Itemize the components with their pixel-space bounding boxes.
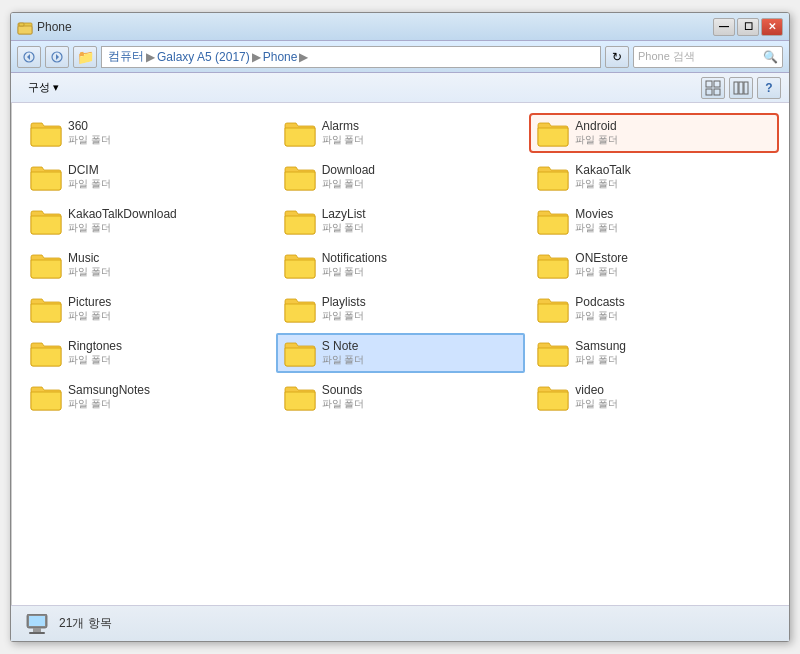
folder-item[interactable]: LazyList 파일 폴더 <box>276 201 526 241</box>
folder-icon <box>537 163 569 191</box>
maximize-button[interactable]: ☐ <box>737 18 759 36</box>
window-icon <box>17 19 33 35</box>
folder-type: 파일 폴더 <box>322 397 365 411</box>
svg-rect-1 <box>18 26 32 34</box>
folder-info: video 파일 폴더 <box>575 383 618 411</box>
folder-item[interactable]: Download 파일 폴더 <box>276 157 526 197</box>
file-content: 360 파일 폴더 Alarms 파일 폴더 Android 파일 폴더 <box>11 103 789 605</box>
folder-type: 파일 폴더 <box>322 265 387 279</box>
folder-item[interactable]: Pictures 파일 폴더 <box>22 289 272 329</box>
svg-marker-6 <box>56 54 59 60</box>
refresh-button[interactable]: ↻ <box>605 46 629 68</box>
folder-icon <box>537 383 569 411</box>
folder-item[interactable]: KakaoTalk 파일 폴더 <box>529 157 779 197</box>
folder-icon <box>284 251 316 279</box>
folder-item[interactable]: SamsungNotes 파일 폴더 <box>22 377 272 417</box>
folder-type: 파일 폴더 <box>322 353 365 367</box>
organize-button[interactable]: 구성 ▾ <box>19 76 68 100</box>
search-icon[interactable]: 🔍 <box>763 50 778 64</box>
folder-name: KakaoTalkDownload <box>68 207 177 221</box>
folder-icon <box>537 251 569 279</box>
folder-item[interactable]: Ringtones 파일 폴더 <box>22 333 272 373</box>
search-box[interactable]: Phone 검색 🔍 <box>633 46 783 68</box>
folder-name: Ringtones <box>68 339 122 353</box>
folder-name: 360 <box>68 119 111 133</box>
column-view-button[interactable] <box>729 77 753 99</box>
folder-type: 파일 폴더 <box>68 309 111 323</box>
folder-icon <box>284 339 316 367</box>
path-part-1: 컴퓨터 <box>108 48 144 65</box>
forward-button[interactable] <box>45 46 69 68</box>
folder-icon <box>537 119 569 147</box>
folder-type: 파일 폴더 <box>322 133 365 147</box>
folder-item[interactable]: Alarms 파일 폴더 <box>276 113 526 153</box>
folder-info: Sounds 파일 폴더 <box>322 383 365 411</box>
column-icon <box>733 80 749 96</box>
svg-rect-15 <box>29 616 45 626</box>
folder-info: S Note 파일 폴더 <box>322 339 365 367</box>
explorer-window: Phone — ☐ ✕ 📁 컴퓨터 ▶ Galaxy A5 (2017) <box>10 12 790 642</box>
path-part-3: Phone <box>263 50 298 64</box>
folder-item[interactable]: video 파일 폴더 <box>529 377 779 417</box>
status-bar: 21개 항목 <box>11 605 789 641</box>
folder-name: Notifications <box>322 251 387 265</box>
folder-item[interactable]: Music 파일 폴더 <box>22 245 272 285</box>
back-button[interactable] <box>17 46 41 68</box>
folder-info: Notifications 파일 폴더 <box>322 251 387 279</box>
folder-icon <box>284 383 316 411</box>
folder-name: S Note <box>322 339 365 353</box>
address-bar: 📁 컴퓨터 ▶ Galaxy A5 (2017) ▶ Phone ▶ ↻ Pho… <box>11 41 789 73</box>
help-button[interactable]: ? <box>757 77 781 99</box>
folder-name: Podcasts <box>575 295 624 309</box>
folder-item[interactable]: KakaoTalkDownload 파일 폴더 <box>22 201 272 241</box>
path-sep-2: ▶ <box>252 50 261 64</box>
folder-type: 파일 폴더 <box>68 221 177 235</box>
folder-item[interactable]: DCIM 파일 폴더 <box>22 157 272 197</box>
view-icon <box>705 80 721 96</box>
close-button[interactable]: ✕ <box>761 18 783 36</box>
folder-item[interactable]: S Note 파일 폴더 <box>276 333 526 373</box>
path-sep-3: ▶ <box>299 50 308 64</box>
folder-item[interactable]: Movies 파일 폴더 <box>529 201 779 241</box>
folder-info: 360 파일 폴더 <box>68 119 111 147</box>
window-title: Phone <box>37 20 72 34</box>
svg-rect-17 <box>29 632 45 634</box>
svg-rect-7 <box>706 81 712 87</box>
folder-info: Android 파일 폴더 <box>575 119 618 147</box>
folder-item[interactable]: Notifications 파일 폴더 <box>276 245 526 285</box>
folder-item[interactable]: Playlists 파일 폴더 <box>276 289 526 329</box>
status-count: 21개 항목 <box>59 615 112 632</box>
svg-rect-11 <box>734 82 738 94</box>
folder-icon <box>284 119 316 147</box>
folder-icon <box>30 207 62 235</box>
folder-icon <box>30 163 62 191</box>
folder-item[interactable]: Android 파일 폴더 <box>529 113 779 153</box>
folder-name: Alarms <box>322 119 365 133</box>
folder-type: 파일 폴더 <box>68 265 111 279</box>
folder-item[interactable]: Samsung 파일 폴더 <box>529 333 779 373</box>
view-toggle-button[interactable] <box>701 77 725 99</box>
folder-type: 파일 폴더 <box>68 353 122 367</box>
folder-item[interactable]: ONEstore 파일 폴더 <box>529 245 779 285</box>
folder-icon <box>30 295 62 323</box>
address-path[interactable]: 컴퓨터 ▶ Galaxy A5 (2017) ▶ Phone ▶ <box>101 46 601 68</box>
folder-type: 파일 폴더 <box>575 353 626 367</box>
folder-type: 파일 폴더 <box>575 177 630 191</box>
folder-type: 파일 폴더 <box>68 133 111 147</box>
back-icon <box>23 51 35 63</box>
folder-nav-button[interactable]: 📁 <box>73 46 97 68</box>
folder-item[interactable]: 360 파일 폴더 <box>22 113 272 153</box>
folder-name: DCIM <box>68 163 111 177</box>
minimize-button[interactable]: — <box>713 18 735 36</box>
folder-item[interactable]: Podcasts 파일 폴더 <box>529 289 779 329</box>
folder-icon <box>30 251 62 279</box>
svg-rect-9 <box>706 89 712 95</box>
folder-name: Playlists <box>322 295 366 309</box>
folder-item[interactable]: Sounds 파일 폴더 <box>276 377 526 417</box>
folder-icon <box>30 119 62 147</box>
forward-icon <box>51 51 63 63</box>
folder-icon <box>284 295 316 323</box>
folder-type: 파일 폴더 <box>575 133 618 147</box>
folder-icon <box>284 163 316 191</box>
title-controls: — ☐ ✕ <box>713 18 783 36</box>
